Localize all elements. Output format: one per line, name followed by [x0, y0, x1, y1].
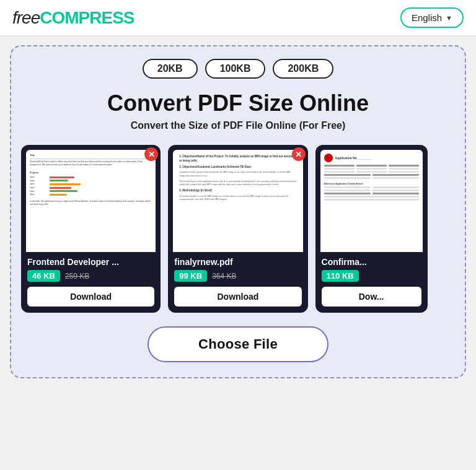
file-size-new-3: 110 KB	[322, 270, 359, 282]
file-size-old-1: 259 KB	[65, 272, 89, 281]
file-info-3: Confirma... 110 KB Dow...	[315, 252, 428, 313]
file-preview-1: Title [General] Feel free to add or dele…	[26, 150, 156, 252]
file-preview-2: 1. Objectives/Name of the Project: To in…	[173, 150, 302, 252]
main-content: 20KB 100KB 200KB Convert PDF Size Online…	[0, 35, 476, 388]
file-size-new-2: 99 KB	[174, 270, 207, 282]
file-sizes-2: 99 KB 364 KB	[174, 270, 301, 282]
logo: freeCOMPRESS	[12, 8, 134, 28]
file-info-2: finalyrnew.pdf 99 KB 364 KB Download	[168, 252, 307, 313]
file-card-3: Application No ________ Admission Applic…	[315, 145, 428, 313]
files-row: Title [General] Feel free to add or dele…	[21, 145, 455, 313]
close-button-1[interactable]: ✕	[144, 147, 158, 161]
file-name-3: Confirma...	[322, 257, 421, 267]
file-preview-3: Application No ________ Admission Applic…	[320, 150, 423, 252]
file-size-old-2: 364 KB	[212, 272, 236, 281]
choose-file-area: Choose File	[21, 326, 455, 362]
file-info-1: Frontend Developer ... 46 KB 259 KB Down…	[21, 252, 161, 313]
language-selector[interactable]: English ▼	[400, 7, 464, 28]
file-card-2: 1. Objectives/Name of the Project: To in…	[168, 145, 307, 313]
logo-free-text: free	[12, 8, 40, 27]
file-sizes-1: 46 KB 259 KB	[27, 270, 154, 282]
upload-card: 20KB 100KB 200KB Convert PDF Size Online…	[10, 45, 466, 378]
header: freeCOMPRESS English ▼	[0, 0, 476, 35]
file-card-1: Title [General] Feel free to add or dele…	[21, 145, 161, 313]
size-badges-row: 20KB 100KB 200KB	[21, 59, 455, 79]
size-badge-200kb[interactable]: 200KB	[273, 59, 333, 79]
language-label: English	[412, 12, 442, 23]
file-sizes-3: 110 KB	[322, 270, 421, 282]
page-subtitle: Convert the Size of PDF File Online (For…	[21, 120, 455, 131]
chevron-down-icon: ▼	[446, 14, 452, 22]
file-name-2: finalyrnew.pdf	[174, 257, 301, 267]
download-button-1[interactable]: Download	[27, 287, 154, 307]
file-name-1: Frontend Developer ...	[27, 257, 154, 267]
logo-compress-text: COMPRESS	[40, 8, 134, 27]
close-button-2[interactable]: ✕	[292, 147, 306, 161]
choose-file-button[interactable]: Choose File	[148, 326, 328, 362]
file-size-new-1: 46 KB	[27, 270, 60, 282]
doc-logo-icon	[324, 154, 333, 162]
download-button-3[interactable]: Dow...	[322, 287, 421, 307]
page-title: Convert PDF Size Online	[21, 90, 455, 116]
download-button-2[interactable]: Download	[174, 287, 301, 307]
size-badge-20kb[interactable]: 20KB	[143, 59, 198, 79]
size-badge-100kb[interactable]: 100KB	[205, 59, 266, 79]
